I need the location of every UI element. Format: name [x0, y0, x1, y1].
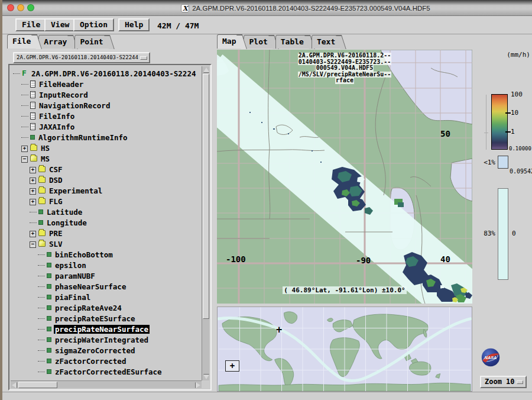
- tree-item[interactable]: AlgorithmRuntimeInfo: [11, 132, 202, 143]
- tree-item[interactable]: precipRateESurface: [11, 313, 202, 324]
- colorbar-tick-1: 1: [511, 128, 515, 136]
- nasa-logo-icon: NASA: [481, 348, 500, 367]
- tree-expander-icon[interactable]: [21, 103, 29, 108]
- scroll-left-icon[interactable]: [12, 382, 17, 388]
- tree-expander-icon[interactable]: [30, 188, 37, 193]
- tree-expander-icon[interactable]: [38, 359, 46, 364]
- tree-expander-icon[interactable]: [38, 252, 46, 257]
- tree-item[interactable]: MS: [11, 153, 202, 164]
- hdf-tree-panel: 2A.GPM.DPR.V6-20160118.20140403-S2224 Fi…: [8, 64, 212, 391]
- tree-item[interactable]: phaseNearSurface: [11, 281, 202, 292]
- tree-expander-icon[interactable]: [21, 92, 29, 98]
- tree-item[interactable]: precipWaterIntegrated: [11, 334, 202, 345]
- tree-item[interactable]: piaFinal: [11, 292, 202, 302]
- tree-item[interactable]: HS: [11, 143, 202, 153]
- lat-50-label: 50: [440, 129, 450, 138]
- zero-percent: 83%: [474, 230, 495, 237]
- hdf-tree: 2A.GPM.DPR.V6-20160118.20140403-S2224 Fi…: [11, 66, 202, 380]
- tree-item[interactable]: FileHeader: [11, 79, 202, 89]
- tree-expander-icon[interactable]: [38, 348, 46, 353]
- tree-item[interactable]: FLG: [11, 196, 202, 207]
- tree-node-icon: [30, 80, 35, 88]
- tree-expander-icon[interactable]: [38, 273, 46, 279]
- tree-item[interactable]: binEchoBottom: [11, 249, 202, 260]
- map-view[interactable]: 2A.GPM.DPR.V6-20160118.2-- 0140403-S2224…: [217, 50, 472, 304]
- menu-file-button[interactable]: File: [15, 18, 47, 31]
- tree-expander-icon[interactable]: [30, 231, 37, 236]
- tree-node-icon: [47, 305, 51, 310]
- tree-item[interactable]: paramNUBF: [11, 270, 202, 281]
- zoom-level-dropdown[interactable]: Zoom 10: [480, 376, 527, 388]
- tree-item[interactable]: Experimental: [11, 185, 202, 196]
- left-tab[interactable]: Point: [74, 35, 109, 49]
- tree-expander-icon[interactable]: [30, 209, 37, 215]
- tree-item[interactable]: 2A.GPM.DPR.V6-20160118.20140403-S2224: [11, 68, 202, 79]
- tree-item[interactable]: epsilon: [11, 260, 202, 270]
- tree-expander-icon[interactable]: [13, 71, 21, 76]
- scroll-down-icon[interactable]: [203, 375, 209, 379]
- tree-item[interactable]: zFactorCorrected: [11, 356, 202, 366]
- colorbar-guide-line: [486, 95, 486, 150]
- tree-expander-icon[interactable]: [21, 156, 29, 162]
- tree-expander-icon[interactable]: [38, 284, 46, 289]
- tree-expander-icon[interactable]: [30, 220, 37, 225]
- tree-item[interactable]: CSF: [11, 164, 202, 175]
- tree-item[interactable]: zFactorCorrectedESurface: [11, 366, 202, 377]
- tree-item[interactable]: precipRateAve24: [11, 302, 202, 313]
- app-window: X 2A.GPM.DPR.V6-20160118.20140403-S22244…: [0, 0, 532, 400]
- tree-item[interactable]: PRE: [11, 228, 202, 238]
- tree-item[interactable]: SLV: [11, 238, 202, 249]
- tree-item[interactable]: Latitude: [11, 207, 202, 217]
- tree-horizontal-scrollbar[interactable]: [11, 380, 202, 388]
- tree-item[interactable]: Longitude: [11, 217, 202, 228]
- tree-expander-icon[interactable]: [38, 316, 46, 321]
- tree-expander-icon[interactable]: [30, 167, 37, 172]
- tree-expander-icon[interactable]: [38, 369, 46, 375]
- tree-expander-icon[interactable]: [30, 178, 37, 183]
- world-zoom-in-button[interactable]: +: [225, 360, 239, 372]
- tree-item[interactable]: sigmaZeroCorrected: [11, 345, 202, 356]
- tree-expander-icon[interactable]: [30, 241, 37, 247]
- tree-vertical-scrollbar[interactable]: [202, 66, 209, 380]
- right-tab[interactable]: Text: [312, 35, 342, 49]
- tree-expander-icon[interactable]: [21, 114, 29, 119]
- menu-view-button[interactable]: View: [44, 18, 76, 31]
- tree-expander-icon[interactable]: [38, 263, 46, 268]
- tree-node-icon: [38, 209, 43, 214]
- file-select-dropdown[interactable]: 2A.GPM.DPR.V6-20160118.20140403-S22244: [13, 52, 150, 63]
- tree-node-icon: [30, 91, 35, 98]
- right-tab[interactable]: Map: [217, 34, 242, 49]
- tree-expander-icon[interactable]: [38, 305, 46, 311]
- lon-90-label: -90: [356, 256, 371, 265]
- colorbar-tick-mark: [505, 131, 511, 133]
- tree-item[interactable]: JAXAInfo: [11, 121, 202, 132]
- tree-expander-icon[interactable]: [21, 135, 29, 140]
- tree-item[interactable]: precipRateNearSurface: [11, 324, 202, 334]
- menu-option-button[interactable]: Option: [73, 18, 114, 31]
- right-tab[interactable]: Plot: [244, 35, 274, 49]
- tree-expander-icon[interactable]: [38, 295, 46, 300]
- tree-node-icon: [30, 102, 35, 109]
- tree-vscroll-thumb[interactable]: [203, 74, 209, 319]
- tree-item[interactable]: NavigationRecord: [11, 100, 202, 111]
- right-tab[interactable]: Table: [275, 35, 310, 49]
- left-tab[interactable]: Array: [38, 35, 73, 49]
- tree-hscroll-thumb[interactable]: [18, 382, 57, 388]
- left-tab[interactable]: File: [7, 34, 37, 49]
- menu-help-button[interactable]: Help: [118, 18, 150, 31]
- tree-expander-icon[interactable]: [21, 124, 29, 130]
- world-map[interactable]: + +: [217, 307, 472, 392]
- tree-node-icon: [38, 198, 46, 204]
- tree-expander-icon[interactable]: [30, 199, 37, 204]
- scroll-right-icon[interactable]: [196, 382, 200, 388]
- colorbar-tick-100: 100: [511, 91, 523, 98]
- tree-expander-icon[interactable]: [38, 337, 46, 343]
- tree-expander-icon[interactable]: [21, 146, 29, 151]
- tree-item[interactable]: DSD: [11, 175, 202, 185]
- tree-expander-icon[interactable]: [21, 82, 29, 87]
- tree-expander-icon[interactable]: [38, 327, 46, 332]
- colorbar[interactable]: [491, 94, 508, 150]
- tree-item[interactable]: FileInfo: [11, 111, 202, 121]
- tree-item[interactable]: InputRecord: [11, 89, 202, 100]
- scroll-up-icon[interactable]: [203, 67, 209, 72]
